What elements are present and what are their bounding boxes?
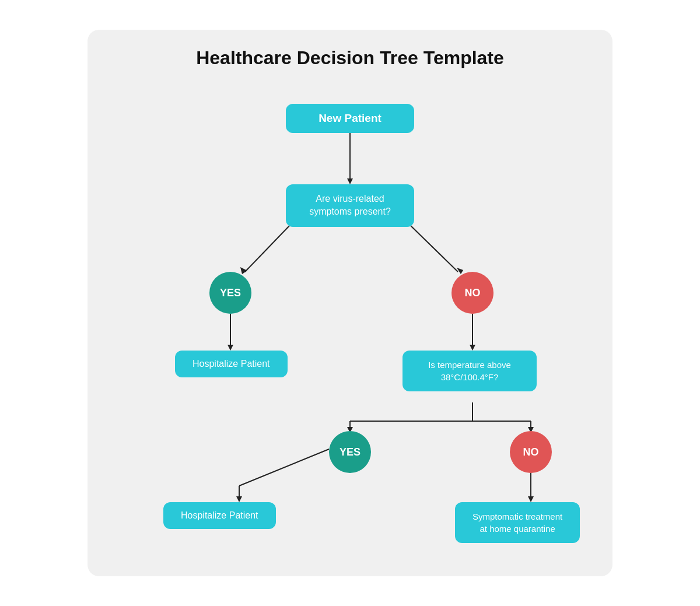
no1-label: NO <box>452 272 494 314</box>
q2-label: Is temperature above 38°C/100.4°F? <box>402 351 537 391</box>
new-patient-label: New Patient <box>286 104 414 133</box>
hospitalize1-node: Hospitalize Patient <box>175 351 288 377</box>
q2-node: Is temperature above 38°C/100.4°F? <box>402 351 537 391</box>
no1-node: NO <box>452 272 494 314</box>
symptomatic-label: Symptomatic treatment at home quarantine <box>455 502 580 543</box>
svg-marker-20 <box>528 496 534 502</box>
svg-line-16 <box>239 449 329 486</box>
no2-label: NO <box>510 431 552 473</box>
yes2-label: YES <box>329 431 371 473</box>
diagram: New Patient Are virus-related symptoms p… <box>111 92 589 547</box>
start-node: New Patient <box>286 104 414 133</box>
q1-node: Are virus-related symptoms present? <box>286 184 414 227</box>
svg-marker-7 <box>228 345 233 351</box>
hospitalize2-node: Hospitalize Patient <box>163 502 276 529</box>
svg-marker-18 <box>236 496 242 502</box>
svg-marker-1 <box>347 178 353 184</box>
yes2-node: YES <box>329 431 371 473</box>
q1-label: Are virus-related symptoms present? <box>286 184 414 227</box>
svg-marker-9 <box>470 345 475 351</box>
svg-line-2 <box>245 223 292 272</box>
no2-node: NO <box>510 431 552 473</box>
yes1-node: YES <box>209 272 251 314</box>
page-title: Healthcare Decision Tree Template <box>111 47 589 69</box>
hospitalize2-label: Hospitalize Patient <box>163 502 276 529</box>
yes1-label: YES <box>209 272 251 314</box>
main-container: Healthcare Decision Tree Template <box>88 30 612 576</box>
symptomatic-node: Symptomatic treatment at home quarantine <box>455 502 580 543</box>
hospitalize1-label: Hospitalize Patient <box>175 351 288 377</box>
svg-line-4 <box>408 223 458 272</box>
